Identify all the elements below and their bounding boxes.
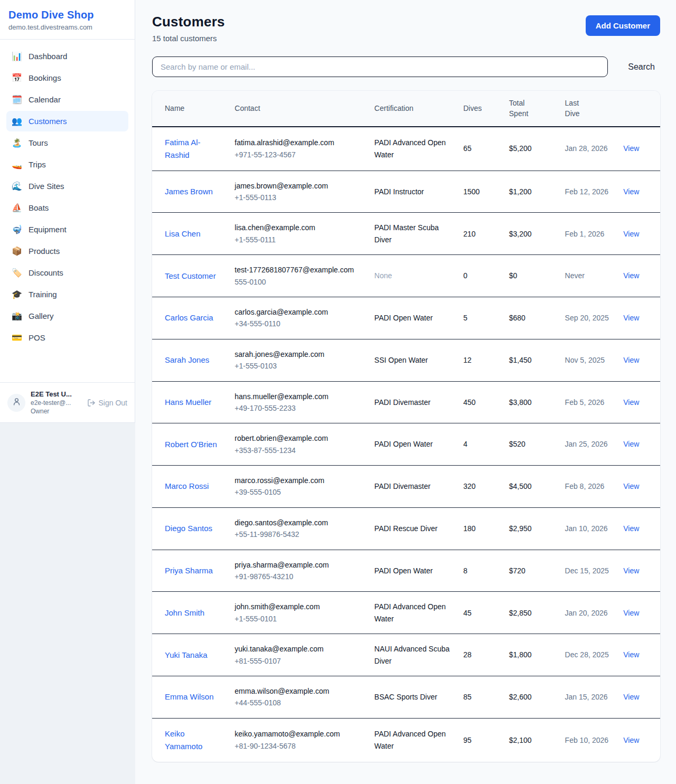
sidebar-item-pos[interactable]: 💳 POS [6, 327, 128, 348]
sidebar-item-tours[interactable]: 🏝️ Tours [6, 133, 128, 153]
table-row: Emma Wilson emma.wilson@example.com +44-… [152, 676, 660, 718]
view-link[interactable]: View [623, 398, 639, 407]
sidebar-item-calendar[interactable]: 🗓️ Calendar [6, 89, 128, 110]
customer-email: lisa.chen@example.com [234, 222, 362, 233]
view-cell: View [617, 718, 660, 762]
view-link[interactable]: View [623, 482, 639, 490]
view-cell: View [617, 507, 660, 550]
sidebar-item-label: Bookings [29, 73, 61, 82]
customer-certification: PADI Advanced Open Water [368, 127, 457, 171]
view-link[interactable]: View [623, 230, 639, 238]
page-header-text: Customers 15 total customers [152, 14, 225, 43]
customer-name-cell: John Smith [152, 592, 228, 634]
shop-domain: demo.test.divestreams.com [8, 23, 126, 31]
customer-name-link[interactable]: Test Customer [165, 271, 216, 280]
search-input[interactable] [152, 56, 608, 77]
sidebar-item-dive-sites[interactable]: 🌊 Dive Sites [6, 176, 128, 196]
customer-name-link[interactable]: Yuki Tanaka [165, 650, 208, 659]
view-link[interactable]: View [623, 440, 639, 448]
boats-icon: ⛵ [12, 203, 22, 213]
sidebar-item-label: Training [29, 290, 57, 299]
add-customer-button[interactable]: Add Customer [586, 15, 660, 36]
column-header-last-dive: Last Dive [559, 91, 617, 127]
sidebar-item-equipment[interactable]: 🤿 Equipment [6, 219, 128, 240]
shop-name[interactable]: Demo Dive Shop [8, 9, 126, 21]
customer-phone: +44-555-0108 [234, 697, 362, 709]
training-icon: 🎓 [12, 289, 22, 299]
trips-icon: 🚤 [12, 159, 22, 169]
customer-email: fatima.alrashid@example.com [234, 137, 362, 148]
customer-total-spent: $1,200 [503, 171, 559, 213]
view-link[interactable]: View [623, 314, 639, 322]
customer-last-dive: Never [559, 255, 617, 297]
view-link[interactable]: View [623, 271, 639, 280]
customer-name-link[interactable]: James Brown [165, 187, 213, 196]
user-section: E2E Test U... e2e-tester@... Owner Sign … [0, 382, 135, 422]
customer-name-link[interactable]: Hans Mueller [165, 398, 211, 407]
customer-name-link[interactable]: Keiko Yamamoto [165, 729, 202, 751]
customer-name-link[interactable]: John Smith [165, 608, 204, 617]
customer-email: priya.sharma@example.com [234, 559, 362, 571]
sidebar-item-products[interactable]: 📦 Products [6, 241, 128, 261]
view-cell: View [617, 255, 660, 297]
customer-contact-cell: james.brown@example.com +1-555-0113 [228, 171, 368, 213]
customer-contact-cell: priya.sharma@example.com +91-98765-43210 [228, 550, 368, 592]
sidebar-item-label: Dashboard [29, 52, 67, 61]
view-link[interactable]: View [623, 144, 639, 153]
customer-name-cell: Carlos Garcia [152, 297, 228, 339]
customer-dives: 28 [457, 634, 503, 676]
customer-email: test-1772681807767@example.com [234, 264, 362, 276]
sidebar-item-customers[interactable]: 👥 Customers [6, 111, 128, 131]
customer-contact-cell: john.smith@example.com +1-555-0101 [228, 592, 368, 634]
customer-name-link[interactable]: Diego Santos [165, 524, 212, 533]
customer-name-link[interactable]: Marco Rossi [165, 481, 209, 490]
discounts-icon: 🏷️ [12, 268, 22, 278]
sidebar: Demo Dive Shop demo.test.divestreams.com… [0, 0, 135, 423]
view-cell: View [617, 213, 660, 255]
view-cell: View [617, 634, 660, 676]
user-meta: E2E Test U... e2e-tester@... Owner [31, 390, 82, 415]
sign-out-label: Sign Out [99, 399, 127, 407]
sidebar-item-discounts[interactable]: 🏷️ Discounts [6, 262, 128, 283]
customer-contact-cell: marco.rossi@example.com +39-555-0105 [228, 466, 368, 508]
customer-last-dive: Dec 15, 2025 [559, 550, 617, 592]
user-name: E2E Test U... [31, 390, 82, 398]
customer-certification: PADI Rescue Diver [368, 507, 457, 550]
customer-last-dive: Feb 5, 2026 [559, 381, 617, 423]
view-link[interactable]: View [623, 566, 639, 575]
customer-name-link[interactable]: Lisa Chen [165, 229, 201, 238]
view-link[interactable]: View [623, 524, 639, 533]
customer-name-cell: Marco Rossi [152, 466, 228, 508]
view-link[interactable]: View [623, 736, 639, 744]
customer-name-link[interactable]: Robert O'Brien [165, 440, 217, 449]
customer-name-cell: Sarah Jones [152, 339, 228, 381]
table-row: Test Customer test-1772681807767@example… [152, 255, 660, 297]
column-header-certification: Certification [368, 91, 457, 127]
sidebar-item-trips[interactable]: 🚤 Trips [6, 154, 128, 175]
sign-out-button[interactable]: Sign Out [87, 399, 127, 407]
sidebar-item-bookings[interactable]: 📅 Bookings [6, 68, 128, 88]
sidebar-item-label: Trips [29, 160, 46, 169]
sidebar-item-dashboard[interactable]: 📊 Dashboard [6, 46, 128, 67]
view-link[interactable]: View [623, 650, 639, 659]
customer-email: robert.obrien@example.com [234, 432, 362, 444]
customer-name-link[interactable]: Emma Wilson [165, 692, 214, 701]
sidebar-item-boats[interactable]: ⛵ Boats [6, 197, 128, 218]
view-link[interactable]: View [623, 356, 639, 364]
view-link[interactable]: View [623, 693, 639, 701]
view-link[interactable]: View [623, 187, 639, 196]
customer-dives: 65 [457, 127, 503, 171]
customer-name-cell: Robert O'Brien [152, 423, 228, 466]
search-button[interactable]: Search [623, 58, 660, 76]
customer-name-link[interactable]: Carlos Garcia [165, 313, 213, 322]
customer-name-link[interactable]: Priya Sharma [165, 566, 213, 575]
customer-name-cell: Fatima Al-Rashid [152, 127, 228, 171]
customer-contact-cell: keiko.yamamoto@example.com +81-90-1234-5… [228, 718, 368, 762]
customer-name-link[interactable]: Fatima Al-Rashid [165, 138, 201, 159]
sidebar-item-gallery[interactable]: 📸 Gallery [6, 306, 128, 326]
page-subtitle: 15 total customers [152, 34, 225, 43]
customer-name-link[interactable]: Sarah Jones [165, 355, 209, 364]
customer-name-cell: Test Customer [152, 255, 228, 297]
view-link[interactable]: View [623, 609, 639, 617]
sidebar-item-training[interactable]: 🎓 Training [6, 284, 128, 305]
